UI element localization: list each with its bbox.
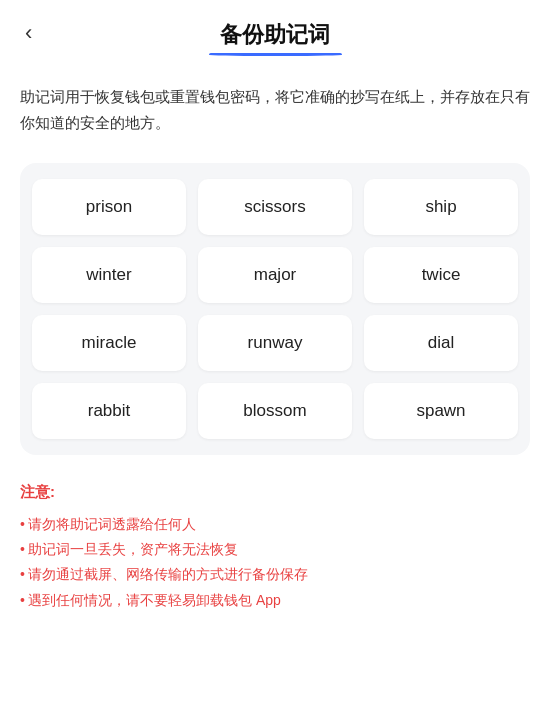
notes-section: 注意: 请勿将助记词透露给任何人助记词一旦丢失，资产将无法恢复请勿通过截屏、网络…	[0, 473, 550, 643]
notes-list-item: 请勿通过截屏、网络传输的方式进行备份保存	[20, 562, 530, 587]
back-button[interactable]: ‹	[20, 15, 37, 51]
mnemonic-grid: prisonscissorsshipwintermajortwicemiracl…	[32, 179, 518, 439]
mnemonic-word: winter	[32, 247, 186, 303]
mnemonic-word: blossom	[198, 383, 352, 439]
notes-list: 请勿将助记词透露给任何人助记词一旦丢失，资产将无法恢复请勿通过截屏、网络传输的方…	[20, 512, 530, 613]
mnemonic-grid-container: prisonscissorsshipwintermajortwicemiracl…	[20, 163, 530, 455]
header: ‹ 备份助记词	[0, 0, 550, 66]
mnemonic-word: miracle	[32, 315, 186, 371]
mnemonic-word: spawn	[364, 383, 518, 439]
mnemonic-word: ship	[364, 179, 518, 235]
mnemonic-word: twice	[364, 247, 518, 303]
notes-title: 注意:	[20, 483, 530, 502]
title-wrapper: 备份助记词	[220, 20, 330, 56]
description-text: 助记词用于恢复钱包或重置钱包密码，将它准确的抄写在纸上，并存放在只有你知道的安全…	[0, 66, 550, 145]
page-title: 备份助记词	[220, 20, 330, 50]
mnemonic-word: runway	[198, 315, 352, 371]
title-underline-decoration	[208, 53, 341, 56]
mnemonic-word: major	[198, 247, 352, 303]
mnemonic-word: scissors	[198, 179, 352, 235]
notes-list-item: 请勿将助记词透露给任何人	[20, 512, 530, 537]
mnemonic-word: rabbit	[32, 383, 186, 439]
notes-list-item: 助记词一旦丢失，资产将无法恢复	[20, 537, 530, 562]
notes-list-item: 遇到任何情况，请不要轻易卸载钱包 App	[20, 588, 530, 613]
mnemonic-word: prison	[32, 179, 186, 235]
mnemonic-word: dial	[364, 315, 518, 371]
